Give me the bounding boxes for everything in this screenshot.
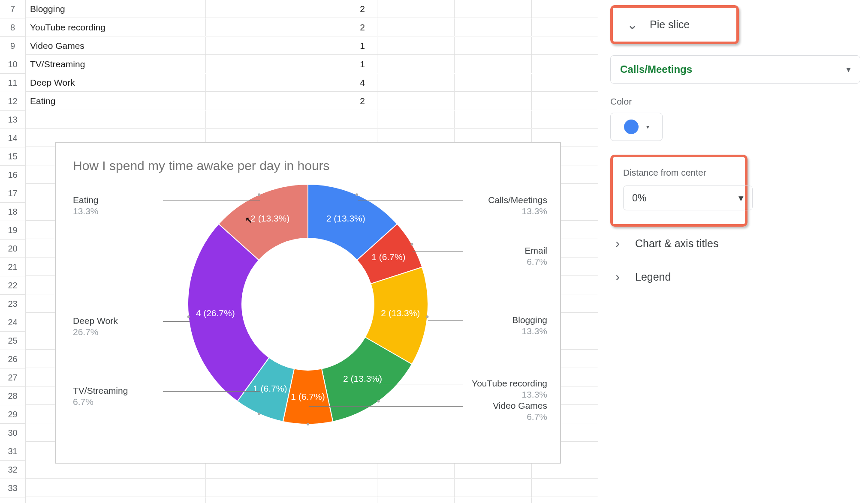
row-header[interactable]: 23 xyxy=(0,295,26,313)
cell[interactable]: 1 xyxy=(206,55,377,73)
distance-dropdown[interactable]: 0% ▾ xyxy=(623,186,753,210)
row-header[interactable]: 33 xyxy=(0,479,26,497)
cell[interactable] xyxy=(532,497,598,503)
chevron-right-icon: › xyxy=(610,269,625,284)
row-header[interactable]: 7 xyxy=(0,0,26,18)
cell[interactable]: 2 xyxy=(206,92,377,110)
cell[interactable]: Eating xyxy=(26,92,206,110)
callout-line xyxy=(380,384,463,384)
cell[interactable] xyxy=(377,74,455,92)
row-header[interactable]: 31 xyxy=(0,442,26,461)
cell[interactable] xyxy=(377,37,455,55)
cell[interactable] xyxy=(206,111,377,129)
slice-inner-label: 1 (6.7%) xyxy=(253,383,287,393)
cell[interactable] xyxy=(532,74,598,92)
row-header[interactable]: 18 xyxy=(0,203,26,221)
caret-down-icon: ▾ xyxy=(847,65,850,74)
callout-dot xyxy=(356,193,358,196)
row-header[interactable]: 29 xyxy=(0,405,26,424)
slice-inner-label: 4 (26.7%) xyxy=(196,308,235,318)
cell[interactable] xyxy=(26,497,206,503)
cell[interactable] xyxy=(26,479,206,497)
cell[interactable] xyxy=(206,497,377,503)
slice-selector-dropdown[interactable]: Calls/Meetings ▾ xyxy=(610,55,860,84)
chart-label: YouTube recording13.3% xyxy=(472,378,547,401)
cell[interactable] xyxy=(455,37,532,55)
row-header[interactable]: 8 xyxy=(0,18,26,37)
cell[interactable] xyxy=(206,479,377,497)
cell[interactable] xyxy=(377,0,455,18)
cell[interactable] xyxy=(26,111,206,129)
row-header[interactable]: 24 xyxy=(0,313,26,332)
cell[interactable] xyxy=(455,92,532,110)
color-picker[interactable]: ▾ xyxy=(610,113,663,141)
cell[interactable]: 2 xyxy=(206,18,377,36)
row-header[interactable]: 10 xyxy=(0,55,26,74)
cell[interactable] xyxy=(532,479,598,497)
chart-label: Calls/Meetings13.3% xyxy=(488,195,547,217)
row-header[interactable]: 13 xyxy=(0,111,26,129)
row-header[interactable]: 16 xyxy=(0,166,26,184)
row-header[interactable]: 12 xyxy=(0,92,26,111)
row-header[interactable]: 9 xyxy=(0,37,26,55)
pie-slice-label: Pie slice xyxy=(650,18,690,31)
cell[interactable]: 2 xyxy=(206,0,377,18)
cell[interactable]: Deep Work xyxy=(26,74,206,92)
callout-dot xyxy=(187,315,190,318)
cell[interactable] xyxy=(532,55,598,73)
row-header[interactable]: 14 xyxy=(0,129,26,147)
row-header[interactable]: 32 xyxy=(0,461,26,479)
cell[interactable] xyxy=(455,0,532,18)
chart-container[interactable]: How I spend my time awake per day in hou… xyxy=(55,142,561,464)
cell[interactable]: 1 xyxy=(206,37,377,55)
row-header[interactable]: 27 xyxy=(0,368,26,387)
cell[interactable]: 4 xyxy=(206,74,377,92)
cell[interactable] xyxy=(455,74,532,92)
cell[interactable] xyxy=(377,497,455,503)
callout-dot xyxy=(258,413,260,415)
cell[interactable] xyxy=(377,111,455,129)
chart-axis-titles-section[interactable]: › Chart & axis titles xyxy=(610,227,860,260)
cell[interactable] xyxy=(377,55,455,73)
row-header[interactable]: 11 xyxy=(0,74,26,92)
row-header[interactable]: 21 xyxy=(0,258,26,276)
cell[interactable] xyxy=(455,18,532,36)
cell[interactable] xyxy=(377,18,455,36)
cell[interactable] xyxy=(532,111,598,129)
cell[interactable] xyxy=(532,18,598,36)
row-header[interactable]: 25 xyxy=(0,332,26,350)
row-header[interactable]: 26 xyxy=(0,350,26,368)
callout-dot xyxy=(307,423,309,425)
slice-inner-label: 2 (13.3%) xyxy=(381,308,420,318)
cell[interactable] xyxy=(377,479,455,497)
callout-dot xyxy=(410,243,413,246)
callout-dot xyxy=(377,400,380,403)
chart-title-text: How I spend my time awake per day in hou… xyxy=(73,159,330,173)
cell[interactable] xyxy=(455,479,532,497)
cell[interactable] xyxy=(532,37,598,55)
cell[interactable]: Blogging xyxy=(26,0,206,18)
row-header[interactable]: 15 xyxy=(0,147,26,166)
row-header[interactable]: 17 xyxy=(0,184,26,203)
legend-section[interactable]: › Legend xyxy=(610,260,860,293)
callout-line xyxy=(428,320,463,321)
cell[interactable] xyxy=(532,92,598,110)
row-header[interactable]: 34 xyxy=(0,497,26,503)
color-swatch xyxy=(624,120,639,134)
cell[interactable]: YouTube recording xyxy=(26,18,206,36)
cell[interactable] xyxy=(532,0,598,18)
cell[interactable] xyxy=(377,92,455,110)
chart-label: Eating13.3% xyxy=(73,195,99,217)
row-header[interactable]: 19 xyxy=(0,221,26,240)
cell[interactable] xyxy=(455,111,532,129)
cell[interactable]: TV/Streaming xyxy=(26,55,206,73)
row-header[interactable]: 20 xyxy=(0,240,26,258)
row-header[interactable]: 28 xyxy=(0,387,26,405)
cell[interactable] xyxy=(455,497,532,503)
row-header[interactable]: 30 xyxy=(0,424,26,442)
cell[interactable]: Video Games xyxy=(26,37,206,55)
chart-axis-titles-label: Chart & axis titles xyxy=(635,237,719,250)
pie-slice-section-header[interactable]: ⌄ Pie slice xyxy=(610,5,739,44)
row-header[interactable]: 22 xyxy=(0,276,26,295)
cell[interactable] xyxy=(455,55,532,73)
